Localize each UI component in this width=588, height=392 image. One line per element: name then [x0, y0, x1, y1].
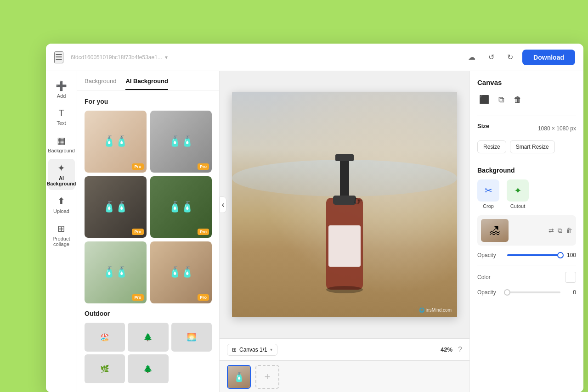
pro-badge: Pro: [132, 163, 143, 170]
rp-canvas-actions: ⬛ ⧉ 🗑: [477, 93, 576, 106]
svg-point-5: [326, 286, 363, 293]
product-bottle-svg: [308, 143, 381, 308]
divider: [477, 265, 576, 265]
opacity-slider[interactable]: [507, 254, 560, 256]
add-canvas-button[interactable]: +: [255, 365, 279, 389]
background-preview: 🏖 ⇄ ⧉ 🗑: [477, 215, 576, 246]
list-item[interactable]: [128, 323, 168, 352]
color-label: Color: [477, 274, 560, 280]
sidebar-collage-label: Product collage: [51, 236, 72, 247]
thumb-image: 🌿: [85, 354, 125, 383]
bg-delete-icon[interactable]: 🗑: [566, 227, 572, 235]
sidebar-item-product-collage[interactable]: ⊞ Product collage: [48, 219, 75, 251]
crop-label: Crop: [483, 203, 494, 209]
list-item[interactable]: 🧴 Pro: [150, 111, 212, 173]
list-item[interactable]: [171, 323, 212, 352]
rp-copy-icon[interactable]: ⧉: [497, 93, 506, 106]
tab-background[interactable]: Background: [85, 78, 116, 90]
rp-delete-icon[interactable]: 🗑: [512, 93, 524, 106]
size-row: Size 1080 × 1080 px: [477, 123, 576, 134]
panel-tabs: Background AI Background: [77, 71, 219, 90]
background-label: Background: [477, 167, 576, 174]
download-button[interactable]: Download: [522, 50, 575, 65]
color-opacity-row: Opacity 0: [477, 289, 576, 296]
rp-canvas-title: Canvas: [477, 78, 576, 86]
list-item[interactable]: 🧴 Pro: [150, 176, 212, 238]
file-name: 6fdcd160051019bc18f73b4fe53ae1...: [71, 54, 162, 61]
layers-button[interactable]: ⊞ Canvas 1/1 ▾: [227, 344, 277, 356]
help-button[interactable]: ?: [458, 346, 462, 354]
sidebar-item-text[interactable]: T Text: [48, 104, 75, 129]
collapse-panel-button[interactable]: ‹: [220, 196, 226, 213]
watermark: 🌐 insMind.com: [419, 308, 452, 313]
text-icon: T: [58, 108, 64, 118]
filmstrip-thumb-image: 🧴: [228, 366, 250, 388]
crop-item[interactable]: ✂ Crop: [477, 179, 499, 209]
redo-button[interactable]: ↻: [503, 51, 517, 63]
svg-rect-3: [333, 196, 356, 205]
opacity-fill: [507, 254, 560, 256]
bg-copy-icon[interactable]: ⧉: [558, 227, 562, 235]
pro-badge: Pro: [132, 229, 143, 235]
bg-thumbnail: 🏖: [481, 219, 509, 242]
thumb-image: [128, 323, 168, 352]
filmstrip: 🧴 +: [220, 360, 469, 392]
list-item[interactable]: 🧴 Pro: [150, 241, 212, 303]
app-header: ☰ 6fdcd160051019bc18f73b4fe53ae1... ▾ ☁ …: [46, 44, 583, 71]
zoom-level: 42%: [441, 346, 452, 353]
list-item[interactable]: [85, 323, 125, 352]
menu-button[interactable]: ☰: [54, 51, 63, 63]
file-title: 6fdcd160051019bc18f73b4fe53ae1... ▾: [71, 54, 457, 61]
list-item[interactable]: 🧴 Pro: [85, 176, 147, 238]
undo-button[interactable]: ↺: [485, 51, 498, 63]
color-swatch[interactable]: [565, 272, 576, 283]
opacity-label: Opacity: [477, 252, 503, 258]
header-actions: ☁ ↺ ↻ Download: [464, 50, 575, 65]
sidebar-text-label: Text: [57, 120, 66, 126]
pro-badge: Pro: [198, 163, 209, 170]
tab-ai-background[interactable]: AI Background: [125, 78, 168, 90]
size-label: Size: [477, 123, 489, 129]
divider: [477, 116, 576, 116]
add-icon: ➕: [56, 80, 67, 91]
color-opacity-slider[interactable]: [507, 291, 560, 293]
sidebar-item-ai-background[interactable]: ✦ AI Background: [48, 159, 75, 190]
canvas-bottom-bar: ⊞ Canvas 1/1 ▾ 42% ?: [220, 338, 469, 360]
cutout-item[interactable]: ✦ Cutout: [507, 179, 529, 209]
pro-badge: Pro: [198, 229, 209, 235]
resize-button[interactable]: Resize: [477, 140, 506, 153]
canvas-area: ‹: [220, 71, 469, 392]
pro-badge: Pro: [198, 294, 209, 301]
bg-swap-icon[interactable]: ⇄: [548, 227, 554, 235]
svg-rect-2: [335, 154, 354, 161]
right-panel: Canvas ⬛ ⧉ 🗑 Size 1080 × 1080 px Resize …: [469, 71, 583, 392]
color-row: Color: [477, 272, 576, 283]
canvas-container[interactable]: ‹: [220, 71, 469, 338]
crop-icon: ✂: [477, 179, 499, 202]
sidebar-item-upload[interactable]: ⬆ Upload: [48, 192, 75, 218]
filmstrip-item[interactable]: 🧴: [227, 365, 251, 389]
product-collage-icon: ⊞: [57, 223, 65, 234]
list-item[interactable]: 🌿: [85, 354, 125, 383]
sidebar-add-label: Add: [57, 93, 66, 99]
list-item[interactable]: 🧴 Pro: [85, 111, 147, 173]
thumb-image: [85, 323, 125, 352]
panel-body: For you 🧴 Pro 🧴 Pro 🧴 Pro �: [77, 90, 219, 391]
cutout-icon: ✦: [507, 179, 529, 202]
layers-icon: ⊞: [232, 347, 237, 353]
list-item[interactable]: 🌲: [128, 354, 168, 383]
color-opacity-thumb: [504, 289, 510, 296]
cutout-label: Cutout: [510, 203, 525, 209]
smart-resize-button[interactable]: Smart Resize: [510, 140, 555, 153]
outdoor-grid: 🌿 🌲: [85, 323, 212, 383]
sidebar-item-background[interactable]: ▦ Background: [48, 131, 75, 157]
sidebar-bg-label: Background: [48, 148, 75, 153]
sidebar-upload-label: Upload: [53, 208, 69, 214]
canvas-image[interactable]: ☞ 🌐 insMind.com: [232, 92, 457, 317]
list-item[interactable]: 🧴 Pro: [85, 241, 147, 303]
cloud-save-button[interactable]: ☁: [464, 51, 479, 63]
main-content: ➕ Add T Text ▦ Background ✦ AI Backgroun…: [46, 71, 583, 392]
thumb-image: 🌲: [128, 354, 168, 383]
sidebar-item-add[interactable]: ➕ Add: [48, 77, 75, 102]
rp-select-icon[interactable]: ⬛: [477, 93, 491, 106]
